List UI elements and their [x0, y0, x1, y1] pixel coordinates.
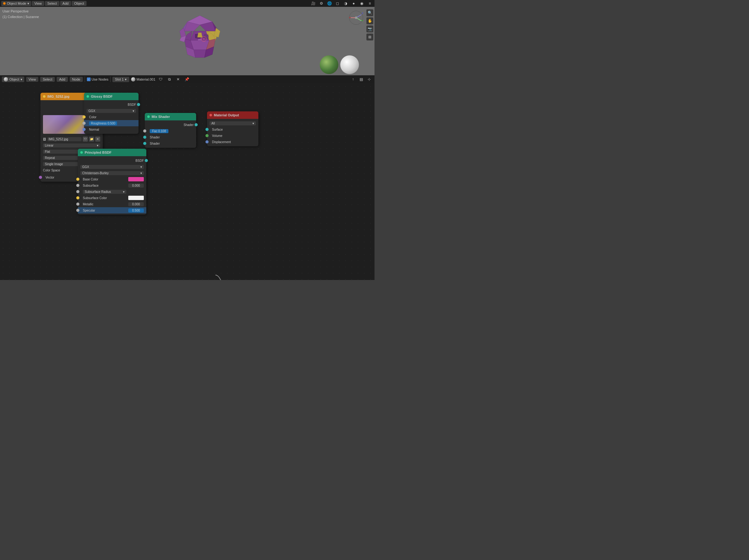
render-icon[interactable]: 🎥 — [310, 0, 317, 7]
glossy-dist-dropdown[interactable]: GGX ▾ — [87, 109, 136, 113]
node-node-btn[interactable]: Node — [70, 77, 83, 82]
principled-basecolor-swatch[interactable] — [128, 177, 144, 181]
use-nodes-label: Use Nodes — [91, 77, 108, 81]
mat-out-header: Material Output — [207, 111, 258, 119]
mat-out-disp-socket[interactable] — [206, 140, 209, 143]
principled-dist-row: GGX ▾ — [78, 164, 146, 170]
camera-icon[interactable]: 📷 — [366, 25, 373, 32]
mode-label: Object Mode — [7, 2, 26, 5]
hand-icon[interactable]: ✋ — [366, 17, 373, 24]
select-btn[interactable]: Select — [45, 1, 60, 6]
mix-shader-out-socket[interactable] — [195, 123, 198, 126]
principled-subsurface-val[interactable]: 0.000 — [128, 183, 144, 187]
glossy-normal-label: Normal — [87, 128, 136, 131]
glossy-roughness-bar[interactable]: Roughness 0.500 — [89, 121, 117, 126]
mix-title: Mix Shader — [152, 115, 170, 118]
principled-bsdf-out: BSDF — [78, 157, 146, 164]
principled-subsurface-socket[interactable] — [76, 184, 79, 187]
principled-sub-method-dropdown[interactable]: Christensen-Burley ▾ — [80, 171, 144, 175]
svg-marker-21 — [194, 50, 206, 58]
img-interpolation-dropdown[interactable]: Linear ▾ — [43, 143, 100, 148]
node-editor[interactable]: IMG_5252.jpg Color Alpha 🖼 IMG_5252.jpg … — [0, 83, 374, 280]
mat-out-type-dropdown[interactable]: All ▾ — [210, 121, 256, 126]
principled-metallic-val[interactable]: 0.000 — [128, 202, 144, 206]
principled-specular-val[interactable]: 0.500 — [128, 208, 144, 212]
principled-subcolor-socket[interactable] — [76, 196, 79, 199]
glossy-normal-socket[interactable] — [83, 128, 86, 131]
zoom-icon[interactable]: 🔍 — [366, 9, 373, 16]
img-vector-socket[interactable] — [39, 176, 42, 179]
mat-out-volume-row: Volume — [207, 133, 258, 139]
mat-out-surface-socket[interactable] — [206, 128, 209, 131]
overlay-icon[interactable]: ≡ — [366, 0, 373, 7]
glossy-roughness-row: Roughness 0.500 — [84, 120, 138, 126]
principled-subcolor-swatch[interactable] — [128, 196, 144, 200]
mat-shield-icon[interactable]: 🛡 — [157, 76, 164, 83]
sep1 — [85, 76, 85, 82]
mode-chevron: ▾ — [27, 2, 29, 6]
principled-subradius-row: Subsurface Radius ▾ — [78, 188, 146, 195]
mat-copy-icon[interactable]: ⧉ — [166, 76, 173, 83]
img-folder-btn[interactable]: 📁 — [89, 137, 94, 141]
img-shield-btn[interactable]: 🛡 — [83, 137, 88, 141]
svg-text:Y: Y — [362, 19, 364, 22]
viewport-shading2[interactable]: ◑ — [342, 0, 349, 7]
mix-shader2-socket[interactable] — [143, 142, 146, 145]
glossy-body: BSDF GGX ▾ Color Roughness 0.500 — [84, 100, 138, 134]
use-nodes-toggle[interactable]: ✓ Use Nodes — [87, 77, 108, 81]
principled-dist-dropdown[interactable]: GGX ▾ — [80, 165, 144, 169]
img-name-field[interactable]: IMG_5252.jpg — [47, 137, 82, 141]
mat-out-volume-socket[interactable] — [206, 134, 209, 137]
viewport-shading4[interactable]: ◉ — [358, 0, 365, 7]
principled-basecolor-socket[interactable] — [76, 178, 79, 181]
viewport-shading3[interactable]: ● — [350, 0, 357, 7]
mix-fac-socket[interactable] — [143, 129, 146, 133]
mat-out-surface-row: Surface — [207, 126, 258, 133]
node-view-btn[interactable]: View — [26, 77, 39, 82]
material-selector[interactable]: Material.001 — [131, 77, 155, 82]
node-select-btn[interactable]: Select — [40, 77, 55, 82]
principled-specular-socket[interactable] — [76, 209, 79, 212]
mix-shader1-socket[interactable] — [143, 136, 146, 139]
globe-icon[interactable]: 🌐 — [326, 0, 333, 7]
settings-icon[interactable]: ⚙ — [318, 0, 325, 7]
img-extension-label: Flat — [45, 150, 50, 153]
viewport[interactable]: User Perspective (1) Collection | Suzann… — [0, 0, 374, 75]
glossy-bsdf-out: BSDF — [84, 102, 138, 108]
glossy-color-label: Color — [87, 115, 136, 119]
slot-selector[interactable]: Slot 1 ▾ — [112, 77, 129, 82]
mat-out-dot — [210, 114, 212, 116]
mode-selector[interactable]: Object Mode ▾ — [1, 1, 31, 6]
glossy-title: Glossy BSDF — [91, 95, 113, 98]
glossy-color-socket[interactable] — [83, 115, 86, 118]
overlay-node-icon[interactable]: ▤ — [358, 76, 365, 83]
principled-bsdf-socket[interactable] — [145, 159, 148, 162]
mix-shader1-label: Shader — [147, 136, 194, 139]
principled-metallic-socket[interactable] — [76, 203, 79, 206]
img-close-btn[interactable]: ✕ — [95, 137, 100, 141]
glossy-roughness-socket[interactable] — [83, 122, 86, 125]
mat-delete-icon[interactable]: ✕ — [175, 76, 181, 83]
view-btn[interactable]: View — [32, 1, 44, 6]
node-add-btn[interactable]: Add — [57, 77, 68, 82]
axis-widget: Z Y X — [348, 10, 364, 25]
hdri-env-ball[interactable] — [320, 55, 338, 74]
mat-out-disp-label: Displacement — [210, 140, 256, 144]
principled-subradius-socket[interactable] — [76, 190, 79, 193]
principled-node: Principled BSDF BSDF GGX ▾ Christensen-B… — [78, 149, 146, 215]
grid-icon[interactable]: ⊞ — [366, 33, 373, 41]
glossy-color-row: Color — [84, 114, 138, 120]
mix-shader-out-label: Shader — [147, 123, 194, 127]
object-btn[interactable]: Object — [71, 1, 87, 6]
mix-fac-val: 0.108 — [158, 129, 166, 133]
mix-fac-bar[interactable]: Fac 0.108 — [150, 129, 168, 133]
principled-subradius-dropdown[interactable]: Subsurface Radius ▾ — [83, 190, 126, 194]
hdri-mat-ball[interactable] — [340, 55, 359, 74]
node-mode-selector[interactable]: Object ▾ — [2, 76, 24, 82]
mat-pin-icon[interactable]: 📌 — [184, 76, 190, 83]
viewport-shading1[interactable]: ◻ — [334, 0, 341, 7]
glossy-bsdf-socket[interactable] — [137, 103, 140, 106]
add-btn[interactable]: Add — [60, 1, 71, 6]
nav-up-icon[interactable]: ↑ — [349, 76, 357, 83]
snap-icon[interactable]: ⊹ — [366, 76, 372, 83]
